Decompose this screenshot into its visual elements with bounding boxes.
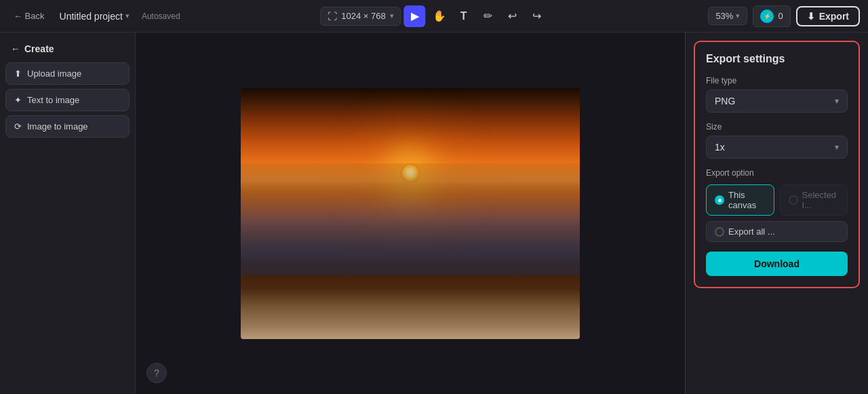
- project-name: Untitled project: [60, 11, 123, 22]
- zoom-label: 53%: [715, 11, 733, 21]
- image-to-image-button[interactable]: ⟳ Image to image: [5, 115, 130, 138]
- export-settings-title: Export settings: [706, 53, 848, 65]
- credits-button[interactable]: ⚡ 0: [753, 5, 790, 27]
- credits-icon: ⚡: [764, 13, 771, 20]
- size-chevron: ▾: [835, 142, 839, 152]
- canvas-size-button[interactable]: ⛶ 1024 × 768 ▾: [320, 7, 401, 26]
- download-button[interactable]: Download: [706, 252, 848, 276]
- credits-circle: ⚡: [760, 9, 774, 23]
- selected-option: Selected I...: [780, 184, 848, 216]
- image-to-image-label: Image to image: [27, 121, 88, 132]
- toolbar: ⛶ 1024 × 768 ▾ ▶ ✋ T ✏ ↩ ↪: [320, 5, 547, 27]
- redo-button[interactable]: ↪: [526, 5, 548, 27]
- file-type-chevron: ▾: [835, 96, 839, 106]
- export-icon: ⬇: [807, 11, 815, 22]
- sidebar: ← Create ⬆ Upload image ✦ Text to image …: [0, 33, 136, 394]
- canvas-area[interactable]: ?: [136, 33, 685, 394]
- export-all-label: Export all ...: [728, 226, 775, 237]
- text-to-image-label: Text to image: [27, 95, 79, 105]
- main-content: ← Create ⬆ Upload image ✦ Text to image …: [0, 33, 868, 394]
- export-panel: Export settings File type PNG ▾ Size 1x …: [685, 33, 868, 394]
- beach-scene-visual: [241, 88, 580, 339]
- zoom-button[interactable]: 53% ▾: [708, 7, 747, 25]
- download-label: Download: [754, 258, 800, 269]
- project-name-chevron: ▾: [125, 12, 130, 20]
- selected-radio-dot: [789, 195, 798, 205]
- resize-icon: ⛶: [328, 11, 337, 22]
- export-option-radio-group: This canvas Selected I...: [706, 184, 848, 216]
- header-right: 53% ▾ ⚡ 0 ⬇ Export: [708, 5, 860, 27]
- pen-tool-button[interactable]: ✏: [477, 5, 499, 27]
- this-canvas-label: This canvas: [728, 190, 766, 210]
- credits-count: 0: [778, 11, 783, 21]
- export-all-option[interactable]: Export all ...: [706, 221, 848, 242]
- help-button[interactable]: ?: [146, 363, 167, 383]
- zoom-chevron: ▾: [736, 12, 740, 20]
- text-to-image-icon: ✦: [14, 95, 22, 105]
- export-button[interactable]: ⬇ Export: [796, 6, 860, 26]
- size-label: Size: [706, 122, 848, 132]
- header: ← Back Untitled project ▾ Autosaved ⛶ 10…: [0, 0, 868, 33]
- sidebar-section-label: Create: [24, 43, 54, 54]
- file-type-value: PNG: [715, 96, 735, 106]
- text-to-image-button[interactable]: ✦ Text to image: [5, 89, 130, 111]
- text-tool-button[interactable]: T: [453, 5, 475, 27]
- project-name-area[interactable]: Untitled project ▾: [56, 8, 134, 24]
- export-label: Export: [819, 11, 849, 22]
- export-panel-inner: Export settings File type PNG ▾ Size 1x …: [694, 41, 860, 288]
- canvas-image: [241, 88, 580, 339]
- back-button[interactable]: ← Back: [8, 8, 50, 24]
- file-type-label: File type: [706, 76, 848, 85]
- create-back-icon: ←: [11, 43, 20, 54]
- selected-label: Selected I...: [802, 190, 840, 210]
- sidebar-section-create: ← Create: [5, 39, 130, 58]
- select-tool-button[interactable]: ▶: [404, 5, 426, 27]
- upload-icon: ⬆: [14, 68, 22, 79]
- export-option-label: Export option: [706, 168, 848, 178]
- undo-button[interactable]: ↩: [502, 5, 524, 27]
- file-type-dropdown[interactable]: PNG ▾: [706, 90, 848, 113]
- upload-image-label: Upload image: [27, 68, 81, 79]
- image-to-image-icon: ⟳: [14, 121, 22, 132]
- help-icon: ?: [154, 368, 159, 378]
- back-label: ← Back: [14, 11, 45, 21]
- hand-tool-button[interactable]: ✋: [429, 5, 450, 27]
- canvas-size-label: 1024 × 768: [341, 11, 385, 21]
- autosaved-label: Autosaved: [142, 12, 180, 21]
- canvas-size-chevron: ▾: [390, 12, 394, 20]
- upload-image-button[interactable]: ⬆ Upload image: [5, 62, 130, 85]
- this-canvas-option[interactable]: This canvas: [706, 184, 774, 216]
- this-canvas-radio-dot: [715, 195, 724, 205]
- export-all-radio-dot: [715, 227, 724, 237]
- size-value: 1x: [715, 142, 725, 153]
- size-dropdown[interactable]: 1x ▾: [706, 136, 848, 159]
- header-center: ⛶ 1024 × 768 ▾ ▶ ✋ T ✏ ↩ ↪: [320, 5, 547, 27]
